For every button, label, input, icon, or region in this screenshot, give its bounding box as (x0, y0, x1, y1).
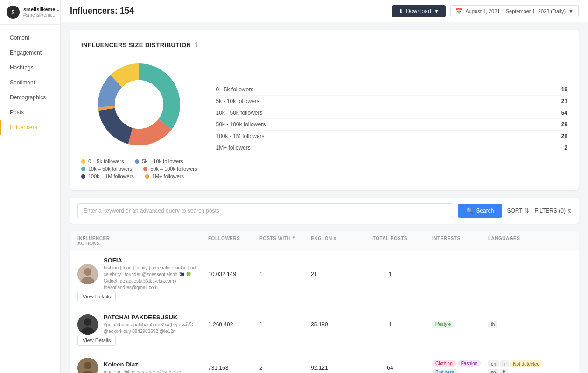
influencer-bio: fashion | food | family | adrenaline jun… (104, 265, 197, 291)
lang-tag: th (488, 321, 497, 328)
interest-tag-business: Business (432, 369, 458, 373)
legend-item-1m-plus: 1M+ followers (145, 173, 184, 179)
posts-with-value: 1 (259, 321, 311, 328)
table-row: SOFIA fashion | food | family | adrenali… (70, 251, 579, 308)
search-button-label: Search (476, 207, 494, 214)
sidebar-item-influencers[interactable]: Influencers (0, 120, 60, 135)
topbar-right: ⬇ Download ▼ 📅 August 1, 2021 – Septembe… (392, 5, 579, 17)
filter-label: FILTERS (0) (535, 207, 566, 214)
influencer-name: PATCHAI PAKDEESUSUK (104, 314, 197, 321)
followers-value: 1.269.492 (208, 321, 259, 328)
sidebar-item-hashtags[interactable]: Hashtags (0, 60, 60, 75)
posts-with-value: 1 (259, 271, 311, 277)
brand-info: smellslikeme... #smellslikeme... (23, 7, 60, 18)
chevron-down-icon: ▼ (568, 8, 574, 14)
stat-row: 5k - 10k followers 21 (216, 96, 567, 107)
table-header: INFLUENCER FOLLOWERS POSTS WITH # ENG. O… (70, 231, 579, 251)
sidebar-item-sentiment[interactable]: Sentiment (0, 75, 60, 90)
content-area: INFLUENCERS SIZE DISTRIBUTION ℹ (61, 22, 588, 373)
sidebar-item-engagement[interactable]: Engagement (0, 45, 60, 60)
chevron-down-icon: ▼ (434, 8, 440, 14)
distribution-body: 0 – 5k followers 5k – 10k followers 10k … (81, 58, 567, 179)
distribution-card: INFLUENCERS SIZE DISTRIBUTION ℹ (70, 30, 579, 190)
calendar-icon: 📅 (455, 8, 462, 14)
influencer-info: Koleen Diaz made in Philippines koleen@s… (104, 361, 182, 373)
influencer-info: SOFIA fashion | food | family | adrenali… (104, 257, 197, 291)
th-influencer: INFLUENCER (77, 236, 208, 241)
stat-row: 0 - 5k followers 19 (216, 84, 567, 96)
total-posts-value: 64 (348, 365, 432, 371)
interest-tag-clothing: Clothing (432, 360, 456, 367)
th-total-posts: TOTAL POSTS (348, 236, 432, 241)
view-details-button[interactable]: View Details (77, 335, 116, 346)
lang-tag-fr: fr (500, 360, 509, 367)
stat-row: 50k - 100k followers 29 (216, 119, 567, 131)
languages-tags: en fr Not detected so it (488, 360, 544, 373)
influencer-bio: #potatoband #patchaiphoto ที่หญิงๆ คุณก็… (104, 322, 197, 335)
table-row: Koleen Diaz made in Philippines koleen@s… (70, 352, 579, 373)
donut-chart (92, 58, 186, 151)
stat-row: 1M+ followers 2 (216, 142, 567, 153)
lang-tag-en: en (488, 360, 499, 367)
sort-label: SORT (507, 207, 522, 214)
topbar: Influencers: 154 ⬇ Download ▼ 📅 August 1… (61, 0, 588, 22)
search-input[interactable] (77, 203, 453, 218)
avatar (77, 358, 98, 373)
brand-name: smellslikeme... (23, 7, 60, 13)
influencer-cell: PATCHAI PAKDEESUSUK #potatoband #patchai… (77, 314, 208, 335)
legend-item-5k-10k: 5k – 10k followers (135, 159, 183, 164)
filter-icon: ⧖ (567, 207, 571, 214)
table-row: PATCHAI PAKDEESUSUK #potatoband #patchai… (70, 308, 579, 352)
interest-tag-fashion: Fashion (458, 360, 481, 367)
filter-button[interactable]: FILTERS (0) ⧖ (535, 207, 571, 214)
download-label: Download (406, 8, 431, 14)
th-languages: LANGUAGES (488, 236, 544, 241)
svg-point-12 (84, 318, 91, 326)
lang-tag-it: it (500, 369, 508, 373)
actions-cell: View Details (77, 335, 208, 346)
sidebar-item-content[interactable]: Content (0, 30, 60, 45)
distribution-legend: 0 – 5k followers 5k – 10k followers 10k … (81, 159, 197, 179)
distribution-stats: 0 - 5k followers 19 5k - 10k followers 2… (216, 84, 567, 153)
influencer-info: PATCHAI PAKDEESUSUK #potatoband #patchai… (104, 314, 197, 335)
info-icon[interactable]: ℹ (195, 41, 198, 48)
legend-item-100k-1m: 100k – 1M followers (81, 173, 134, 179)
legend-item-10k-50k: 10k – 50k followers (81, 166, 132, 172)
search-actions: SORT ⇅ FILTERS (0) ⧖ (507, 207, 571, 214)
legend-item-0-5k: 0 – 5k followers (81, 159, 124, 164)
th-eng-on: ENG. ON # (311, 236, 348, 241)
stat-row: 100k - 1M followers 28 (216, 131, 567, 142)
interests-tags: Clothing Fashion Business (432, 360, 488, 373)
view-details-button[interactable]: View Details (77, 291, 116, 302)
svg-point-9 (84, 268, 91, 276)
total-posts-value: 1 (348, 321, 432, 328)
eng-on-value: 92.121 (311, 365, 348, 371)
download-button[interactable]: ⬇ Download ▼ (392, 5, 446, 17)
page-title: Influencers: 154 (70, 6, 134, 16)
sort-button[interactable]: SORT ⇅ (507, 207, 529, 214)
svg-point-15 (84, 362, 91, 369)
stat-row: 10k - 50k followers 54 (216, 107, 567, 119)
distribution-title: INFLUENCERS SIZE DISTRIBUTION ℹ (81, 41, 567, 48)
interest-tag: lifestyle (432, 321, 454, 328)
interests-tags: lifestyle (432, 321, 488, 328)
search-button[interactable]: 🔍 Search (458, 204, 502, 218)
th-followers: FOLLOWERS (208, 236, 259, 241)
actions-cell: View Details (77, 291, 208, 302)
sidebar-item-demographics[interactable]: Demographics (0, 90, 60, 105)
influencer-name: SOFIA (104, 257, 197, 264)
followers-value: 731.163 (208, 365, 259, 371)
influencer-name: Koleen Diaz (104, 361, 182, 368)
search-bar: 🔍 Search SORT ⇅ FILTERS (0) ⧖ (70, 198, 579, 224)
th-actions: ACTIONS (77, 241, 208, 246)
sidebar-nav: Content Engagement Hashtags Sentiment De… (0, 25, 60, 140)
avatar (77, 314, 98, 335)
date-range-picker[interactable]: 📅 August 1, 2021 – September 1, 2023 (Da… (450, 5, 579, 17)
sidebar-item-posts[interactable]: Posts (0, 105, 60, 120)
sidebar: S smellslikeme... #smellslikeme... Conte… (0, 0, 61, 373)
sidebar-header: S smellslikeme... #smellslikeme... (0, 0, 60, 25)
search-icon: 🔍 (466, 207, 473, 214)
avatar: S (7, 6, 20, 19)
influencer-bio: made in Philippines koleen@select.co (104, 369, 182, 373)
lang-tag-so: so (488, 369, 499, 373)
